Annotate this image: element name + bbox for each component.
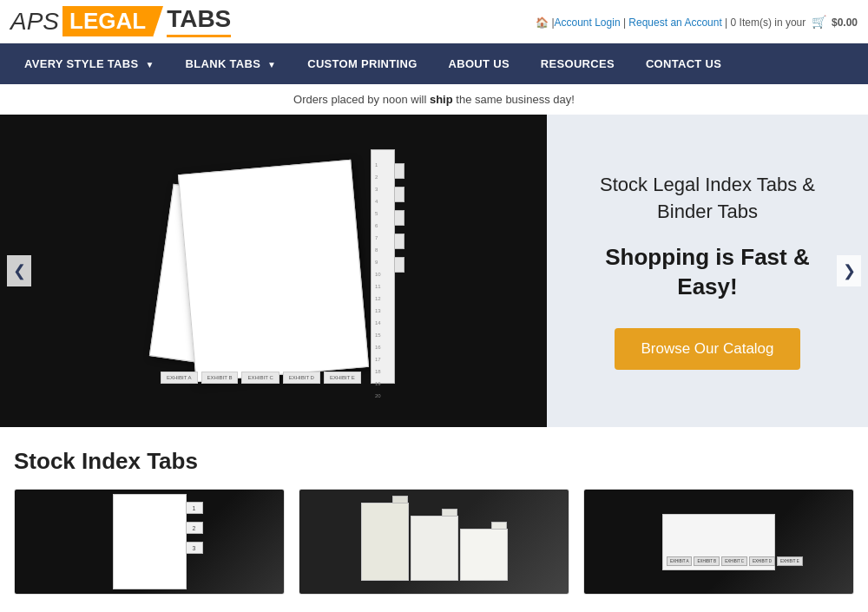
nav-item-resources[interactable]: RESOURCES (525, 43, 630, 84)
cart-items-text: 0 Item(s) in your (731, 16, 806, 29)
home-icon[interactable]: 🏠 (536, 16, 549, 29)
prev-slide-button[interactable]: ❮ (7, 255, 31, 286)
cart-total: $0.00 (832, 16, 858, 29)
nav-link-avery[interactable]: AVERY STYLE TABS ▼ (9, 43, 170, 84)
announcement-bold: ship (430, 93, 453, 106)
tab-numbers: 1 2 3 (186, 502, 203, 554)
nav-link-blank[interactable]: BLANK TABS ▼ (170, 43, 293, 84)
numbered-tabs-visual: 1 2 3 (113, 494, 187, 589)
paper-sheet (178, 160, 369, 383)
nav-item-contact[interactable]: CONTACT US (630, 43, 737, 84)
hero-subtitle: Shopping is Fast & Easy! (582, 243, 833, 302)
hero-tabs-image: 1234567891011121314151617181920 EXHIBIT … (135, 149, 412, 392)
stock-section-title: Stock Index Tabs (14, 448, 854, 475)
announcement-bar: Orders placed by noon will ship the same… (0, 84, 868, 115)
browse-catalog-button[interactable]: Browse Our Catalog (615, 328, 799, 370)
announcement-suffix: the same business day! (456, 93, 575, 106)
stock-img-white (299, 490, 569, 594)
tab-strip: 1234567891011121314151617181920 (371, 149, 395, 384)
bottom-tab-strip: EXHIBIT A EXHIBIT B EXHIBIT C EXHIBIT D … (161, 372, 361, 384)
white-tab-2 (411, 516, 458, 581)
chevron-down-icon: ▼ (267, 60, 276, 69)
white-tab-1 (361, 503, 409, 581)
stock-item-numbered[interactable]: 1 2 3 (14, 489, 285, 595)
nav-item-avery[interactable]: AVERY STYLE TABS ▼ (9, 43, 170, 84)
white-tab-3 (460, 529, 508, 581)
stock-section: Stock Index Tabs 1 2 3 (0, 427, 868, 603)
stock-img-exhibit: EXHIBIT A EXHIBIT B EXHIBIT C EXHIBIT D … (584, 490, 853, 594)
announcement-prefix: Orders placed by noon will (293, 93, 426, 106)
main-nav: AVERY STYLE TABS ▼ BLANK TABS ▼ CUSTOM P… (0, 43, 868, 84)
account-login-link[interactable]: Account Login (555, 16, 621, 29)
logo-aps: APS (10, 8, 59, 36)
nav-link-contact[interactable]: CONTACT US (630, 43, 737, 84)
nav-item-about[interactable]: ABOUT US (433, 43, 525, 84)
nav-link-about[interactable]: ABOUT US (433, 43, 525, 84)
stock-grid: 1 2 3 (14, 489, 854, 595)
top-links: 🏠 |Account Login | Request an Account | … (536, 15, 858, 29)
hero-image-area: 1234567891011121314151617181920 EXHIBIT … (0, 115, 547, 427)
nav-link-custom[interactable]: CUSTOM PRINTING (292, 43, 432, 84)
stock-item-exhibit[interactable]: EXHIBIT A EXHIBIT B EXHIBIT C EXHIBIT D … (583, 489, 854, 595)
stock-img-numbered: 1 2 3 (15, 490, 284, 594)
top-bar: APS LEGAL TABS 🏠 |Account Login | Reques… (0, 0, 868, 43)
tab-paper-numbered: 1 2 3 (113, 494, 187, 589)
exhibit-tabs-visual: EXHIBIT A EXHIBIT B EXHIBIT C EXHIBIT D … (662, 514, 775, 570)
chevron-down-icon: ▼ (145, 60, 154, 69)
nav-item-blank[interactable]: BLANK TABS ▼ (170, 43, 293, 84)
hero-slider: ❮ 1234567891011121314151617181920 EXHIBI… (0, 115, 868, 427)
logo-legal: LEGAL (62, 6, 153, 36)
exhibit-tab-row: EXHIBIT A EXHIBIT B EXHIBIT C EXHIBIT D … (663, 556, 803, 566)
cart-icon[interactable]: 🛒 (812, 15, 826, 29)
logo-tabs: TABS (167, 5, 231, 37)
nav-item-custom[interactable]: CUSTOM PRINTING (292, 43, 432, 84)
hero-content-area: Stock Legal Index Tabs & Binder Tabs Sho… (547, 115, 868, 427)
nav-link-resources[interactable]: RESOURCES (525, 43, 630, 84)
next-slide-button[interactable]: ❯ (837, 255, 861, 286)
stock-item-white[interactable] (299, 489, 569, 595)
white-tabs-visual (361, 503, 508, 581)
exhibit-paper: EXHIBIT A EXHIBIT B EXHIBIT C EXHIBIT D … (662, 514, 775, 570)
logo[interactable]: APS LEGAL TABS (10, 5, 231, 37)
hero-title: Stock Legal Index Tabs & Binder Tabs (582, 172, 833, 226)
request-account-link[interactable]: Request an Account (628, 16, 721, 29)
